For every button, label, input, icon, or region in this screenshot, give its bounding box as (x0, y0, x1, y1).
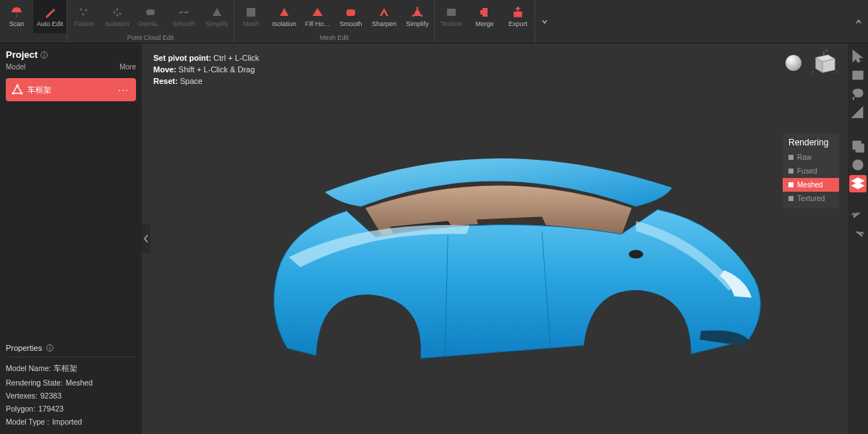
rendering-panel: Rendering RawFusedMeshedTextured (783, 133, 839, 208)
undo-icon[interactable] (849, 208, 867, 226)
svg-rect-39 (856, 144, 864, 152)
model-render (231, 142, 780, 373)
shading-sphere-icon[interactable] (786, 55, 801, 71)
toolbar-overflow[interactable] (535, 0, 554, 43)
toolbar-label: Isolation (105, 20, 129, 27)
me-isolation-button[interactable]: Isolation (268, 0, 301, 33)
toolbar-group-label (0, 33, 67, 43)
model-item[interactable]: 车框架 ··· (6, 78, 136, 101)
toolbar-label: Fill Ho… (305, 20, 331, 27)
svg-rect-36 (853, 72, 862, 80)
toolbar-label: Overla… (137, 20, 163, 27)
svg-point-2 (82, 14, 85, 16)
info-icon[interactable]: i (46, 344, 54, 352)
sparkle-icon (77, 6, 90, 19)
mesh-button[interactable]: Mesh (234, 0, 268, 33)
rect-tool-icon[interactable] (849, 67, 867, 84)
me-smooth-button[interactable]: Smooth (334, 0, 367, 33)
svg-rect-10 (247, 8, 255, 17)
svg-rect-14 (346, 9, 355, 16)
property-row: Model Type :Imported (6, 415, 136, 428)
svg-point-6 (116, 14, 119, 17)
umbrella-icon (10, 6, 23, 19)
toolbar-label: Scan (9, 20, 25, 27)
svg-point-3 (114, 12, 116, 14)
isolation-button[interactable]: Isolation (101, 0, 134, 33)
svg-point-1 (85, 9, 88, 12)
redo-icon[interactable] (849, 227, 867, 244)
tri-icon (210, 6, 224, 19)
svg-marker-9 (213, 8, 221, 16)
svg-point-5 (119, 13, 122, 15)
overlap-icon (144, 6, 157, 19)
viewport-hints: Set pivot point: Ctrl + L-ClickMove: Shi… (153, 52, 259, 87)
sharpen-icon (378, 6, 391, 19)
wand-icon (43, 6, 56, 19)
scan-button[interactable]: Scan (0, 0, 33, 33)
properties-title: Properties (6, 344, 42, 352)
toolbar-label: Smooth (339, 20, 362, 27)
more-link[interactable]: More (119, 63, 136, 71)
svg-text:x: x (836, 70, 838, 74)
fill-holes-button[interactable]: Fill Ho… (301, 0, 334, 33)
auto-edit-button[interactable]: Auto Edit (33, 0, 67, 33)
property-row: Model Name:车框架 (6, 362, 136, 376)
toolbar-label: Mesh (243, 20, 259, 27)
toolbar: ScanAuto EditFusionIsolationOverla…Smoot… (0, 0, 868, 43)
layers-icon[interactable] (849, 175, 867, 192)
model-item-more[interactable]: ··· (116, 84, 130, 95)
properties-list: Model Name:车框架Rendering State:MeshedVert… (6, 362, 136, 428)
svg-point-17 (417, 7, 419, 9)
toolbar-group-label: Mesh Edit (234, 33, 434, 43)
svg-point-4 (116, 9, 119, 11)
sidebar: Project i Model More 车框架 ··· Properties … (0, 43, 142, 434)
sharpen-button[interactable]: Sharpen (367, 0, 401, 33)
svg-marker-24 (13, 85, 22, 93)
view-cube[interactable]: Z x y (809, 49, 839, 77)
svg-point-26 (21, 93, 23, 95)
texture-button[interactable]: Texture (435, 0, 468, 33)
rendering-title: Rendering (783, 137, 839, 150)
toolbar-group-label: Point Cloud Edit (67, 33, 234, 43)
svg-point-27 (12, 93, 14, 95)
rendering-option-fused[interactable]: Fused (783, 164, 839, 178)
svg-point-19 (412, 15, 414, 17)
smooth-button[interactable]: Smooth (167, 0, 200, 33)
property-row: Vertexes:92383 (6, 389, 136, 402)
info-icon[interactable]: i (41, 51, 48, 59)
merge-icon (478, 6, 491, 19)
project-title: Project (6, 49, 38, 60)
rendering-option-raw[interactable]: Raw (783, 150, 839, 164)
lasso-tool-icon[interactable] (849, 85, 867, 103)
model-icon (12, 84, 23, 95)
sidebar-collapse-button[interactable] (142, 224, 150, 253)
simplify-button[interactable]: Simplify (200, 0, 234, 33)
overlap-button[interactable]: Overla… (134, 0, 167, 33)
copy-icon[interactable] (849, 137, 867, 155)
svg-text:Z: Z (825, 49, 828, 52)
contrast-tool-icon[interactable] (849, 104, 867, 122)
viewport-3d[interactable]: Set pivot point: Ctrl + L-ClickMove: Shi… (142, 43, 848, 434)
model-label: Model (6, 63, 25, 71)
rendering-option-meshed[interactable]: Meshed (783, 178, 839, 192)
me-simplify-button[interactable]: Simplify (401, 0, 434, 33)
smooth-icon (344, 6, 357, 19)
select-tool-icon[interactable] (849, 48, 867, 65)
tool-rail (848, 43, 868, 434)
svg-marker-42 (852, 183, 864, 189)
svg-point-0 (80, 9, 82, 11)
fusion-button[interactable]: Fusion (67, 0, 101, 33)
smooth-icon[interactable] (849, 156, 867, 174)
svg-marker-37 (852, 107, 863, 118)
svg-marker-16 (413, 8, 422, 16)
toolbar-collapse[interactable] (849, 0, 868, 43)
svg-rect-22 (482, 8, 488, 17)
svg-point-8 (149, 9, 155, 15)
toolbar-label: Merge (475, 20, 494, 27)
rendering-option-textured[interactable]: Textured (783, 192, 839, 205)
merge-button[interactable]: Merge (468, 0, 501, 33)
property-row: Rendering State:Meshed (6, 376, 136, 389)
svg-rect-23 (480, 10, 483, 14)
export-button[interactable]: Export (501, 0, 535, 33)
view-orientation[interactable]: Z x y (786, 49, 839, 77)
